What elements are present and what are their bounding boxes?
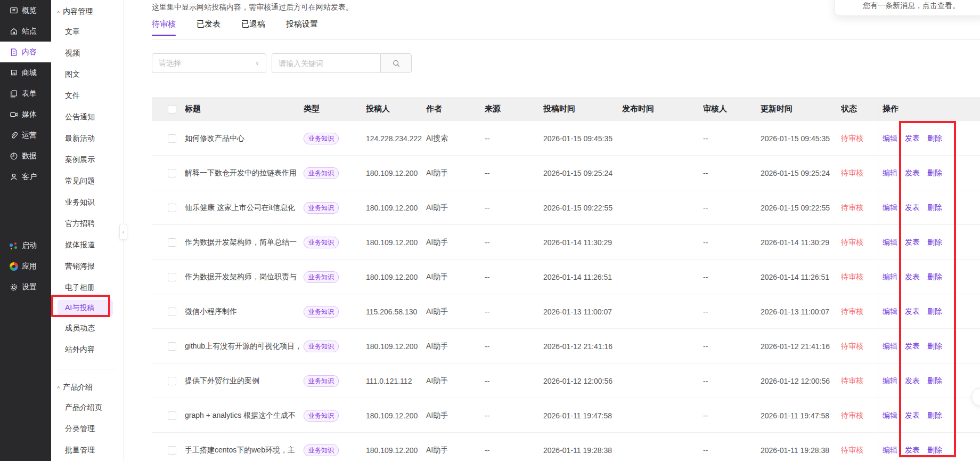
sidebar-item-site[interactable]: 站点 [0,21,51,42]
keyword-input[interactable] [272,53,380,73]
sidebar2-item[interactable]: 案例展示 [51,149,123,171]
publish-link[interactable]: 发表 [905,446,920,455]
delete-link[interactable]: 删除 [927,342,942,351]
delete-link[interactable]: 删除 [927,134,942,143]
sidebar2-item[interactable]: 媒体报道 [51,234,123,256]
group-header-product-intro[interactable]: ∧ 产品介绍 [51,378,123,397]
row-submitter: 111.0.121.112 [366,377,426,385]
sidebar2-item[interactable]: 电子相册 [51,277,123,298]
select-all-checkbox[interactable] [168,105,176,114]
sidebar2-item-ai-submission[interactable]: AI与投稿 [58,300,113,317]
publish-link[interactable]: 发表 [905,307,920,317]
row-checkbox[interactable] [168,342,176,351]
row-checkbox[interactable] [168,446,176,455]
sidebar-item-mall[interactable]: 商城 [0,62,51,83]
sidebar-item-overview[interactable]: 概览 [0,0,51,21]
sidebar-item-launch[interactable]: 启动 [0,235,51,256]
publish-link[interactable]: 发表 [905,203,920,213]
sidebar2-item[interactable]: 常见问题 [51,171,123,192]
type-tag: 业务知识 [304,341,339,352]
status-badge: 待审核 [841,238,878,247]
delete-link[interactable]: 删除 [927,203,942,213]
edit-link[interactable]: 编辑 [883,134,897,143]
delete-link[interactable]: 删除 [927,238,942,247]
publish-link[interactable]: 发表 [905,272,920,282]
tab-pending-review[interactable]: 待审核 [152,19,176,36]
edit-link[interactable]: 编辑 [883,272,897,282]
sidebar-item-form[interactable]: 表单 [0,83,51,104]
sidebar2-item[interactable]: 视频 [51,43,123,64]
row-checkbox[interactable] [168,411,176,420]
edit-link[interactable]: 编辑 [883,203,897,213]
publish-link[interactable]: 发表 [905,168,920,178]
sidebar2-item[interactable]: 产品介绍页 [51,397,123,418]
sidebar2-item[interactable]: 图文 [51,64,123,85]
sidebar-collapse-handle[interactable]: ‹ [119,224,127,240]
status-badge: 待审核 [841,168,878,178]
sidebar2-item[interactable]: 成员动态 [51,318,123,339]
edit-link[interactable]: 编辑 [883,342,897,351]
sidebar-item-customer[interactable]: 客户 [0,166,51,187]
publish-link[interactable]: 发表 [905,342,920,351]
sidebar2-item[interactable]: 文件 [51,85,123,107]
publish-link[interactable]: 发表 [905,411,920,420]
edit-link[interactable]: 编辑 [883,376,897,386]
row-reviewer: -- [703,238,761,247]
edit-link[interactable]: 编辑 [883,238,897,247]
tab-published[interactable]: 已发表 [197,19,220,36]
edit-link[interactable]: 编辑 [883,411,897,420]
status-badge: 待审核 [841,376,878,386]
sidebar-item-label: 站点 [22,27,37,36]
sidebar-item-label: 数据 [22,151,37,161]
edit-link[interactable]: 编辑 [883,307,897,317]
delete-link[interactable]: 删除 [927,446,942,455]
edit-link[interactable]: 编辑 [883,168,897,178]
delete-link[interactable]: 删除 [927,411,942,420]
row-checkbox[interactable] [168,169,176,177]
search-button[interactable] [380,53,412,73]
edit-link[interactable]: 编辑 [883,446,897,455]
sidebar2-item[interactable]: 站外内容 [51,339,123,360]
sidebar2-item[interactable]: 官方招聘 [51,213,123,234]
notification-toast[interactable]: 您有一条新消息，点击查看。 [834,0,980,16]
sidebar2-item[interactable]: 业务知识 [51,192,123,213]
group-header-content-management[interactable]: ∧ 内容管理 [51,2,123,21]
category-select[interactable]: 请选择 ∨ [152,53,266,73]
row-checkbox[interactable] [168,377,176,385]
delete-link[interactable]: 删除 [927,168,942,178]
sidebar-item-data[interactable]: 数据 [0,145,51,166]
group2-items: 产品介绍页 分类管理 批量管理 [51,397,123,461]
row-checkbox[interactable] [168,204,176,212]
sidebar-item-apps[interactable]: 应用 [0,256,51,277]
delete-link[interactable]: 删除 [927,376,942,386]
delete-link[interactable]: 删除 [927,307,942,317]
sidebar2-item[interactable]: 批量管理 [51,440,123,461]
store-icon [9,68,18,77]
publish-link[interactable]: 发表 [905,376,920,386]
publish-link[interactable]: 发表 [905,238,920,247]
row-update-time: 2026-01-15 09:22:55 [761,204,841,212]
status-badge: 待审核 [841,203,878,213]
row-reviewer: -- [703,446,761,455]
publish-link[interactable]: 发表 [905,134,920,143]
sidebar2-item[interactable]: 最新活动 [51,128,123,149]
row-checkbox[interactable] [168,273,176,281]
tab-submission-settings[interactable]: 投稿设置 [286,19,318,36]
sidebar-item-media[interactable]: 媒体 [0,104,51,125]
sidebar2-item[interactable]: 营销海报 [51,256,123,277]
row-checkbox[interactable] [168,238,176,247]
row-submit-time: 2026-01-12 12:00:56 [543,377,622,385]
sidebar2-item[interactable]: 分类管理 [51,418,123,440]
sidebar2-item[interactable]: 文章 [51,21,123,43]
sidebar-item-content[interactable]: 内容 [0,42,51,62]
sidebar-item-settings[interactable]: 设置 [0,277,51,297]
sidebar-item-operations[interactable]: 运营 [0,125,51,145]
delete-link[interactable]: 删除 [927,272,942,282]
tab-rejected[interactable]: 已退稿 [241,19,265,36]
chevron-up-icon: ∧ [56,385,60,390]
row-checkbox[interactable] [168,308,176,316]
row-submit-time: 2026-01-15 09:25:24 [543,169,622,177]
row-author: AI助手 [426,272,485,282]
sidebar2-item[interactable]: 公告通知 [51,107,123,128]
row-checkbox[interactable] [168,134,176,143]
